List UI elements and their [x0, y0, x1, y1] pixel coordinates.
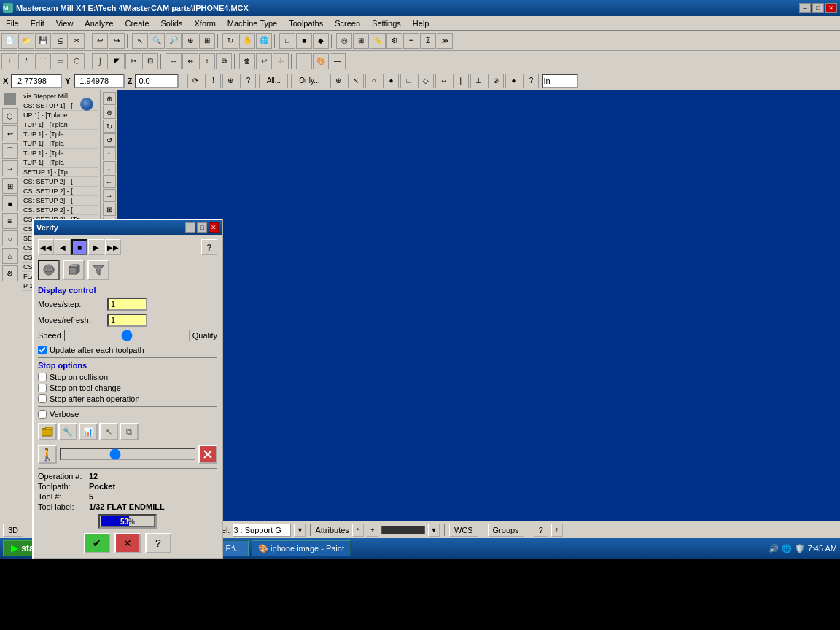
coord-btn1[interactable]: ⟳ — [187, 74, 203, 88]
rs-btn8[interactable]: → — [103, 189, 116, 202]
verbose-checkbox[interactable] — [38, 410, 47, 419]
sidebar-btn4[interactable]: → — [2, 160, 18, 176]
dialog-cancel-button[interactable]: ✕ — [114, 533, 141, 553]
minimize-button[interactable]: – — [799, 3, 811, 13]
tb-cut[interactable]: ✂ — [69, 33, 85, 49]
rs-btn7[interactable]: ← — [103, 175, 116, 188]
moves-per-step-input[interactable] — [107, 298, 147, 311]
in-input[interactable] — [542, 74, 578, 88]
tb-b4[interactable]: ≫ — [437, 33, 453, 49]
ops-item[interactable]: CS: SETUP 2] - [ — [22, 196, 98, 206]
stop-each-op-checkbox[interactable] — [38, 394, 47, 403]
tb2-copy[interactable]: ⧉ — [216, 53, 232, 69]
attributes-btn2[interactable]: + — [367, 524, 378, 537]
rs-btn5[interactable]: ↑ — [103, 147, 116, 160]
tb2-line[interactable]: / — [18, 53, 34, 69]
menu-file[interactable]: File — [0, 18, 25, 29]
moves-per-refresh-input[interactable] — [107, 314, 147, 327]
ops-item[interactable]: TUP 1] - [Tplan — [22, 120, 98, 130]
tb-save[interactable]: 💾 — [35, 33, 51, 49]
tb2-rect[interactable]: ▭ — [52, 53, 68, 69]
view-nav-sphere[interactable] — [80, 98, 93, 111]
sidebar-btn9[interactable]: ⌂ — [2, 248, 18, 264]
tb-open[interactable]: 📂 — [18, 33, 34, 49]
menu-screen[interactable]: Screen — [329, 18, 366, 29]
verify-icon-box[interactable] — [63, 260, 85, 280]
tb-solid[interactable]: ◆ — [313, 33, 329, 49]
tb-zoom-out[interactable]: 🔎 — [166, 33, 182, 49]
wcs-button[interactable]: WCS — [449, 524, 478, 537]
verify-close-button[interactable]: ✕ — [209, 222, 219, 233]
sidebar-btn6[interactable]: ■ — [2, 195, 18, 211]
snap-btn1[interactable]: ⊕ — [330, 74, 346, 88]
sidebar-btn1[interactable]: ⬡ — [2, 108, 18, 124]
snap-btn2[interactable]: ↖ — [348, 74, 364, 88]
menu-view[interactable]: View — [50, 18, 79, 29]
bot-icon-cursor[interactable]: ↖ — [99, 423, 118, 440]
groups-button[interactable]: Groups — [488, 524, 524, 537]
verify-restore-btn[interactable]: □ — [197, 222, 207, 233]
taskbar-iphone-paint[interactable]: 🎨 iphone image - Paint — [252, 540, 351, 556]
tb2-mirror[interactable]: ⇔ — [182, 53, 198, 69]
dialog-ok-button[interactable]: ✔ — [84, 533, 110, 553]
animation-slider[interactable] — [60, 448, 195, 460]
tb2-color[interactable]: 🎨 — [313, 53, 329, 69]
verify-help-icon-button[interactable]: ? — [201, 239, 217, 255]
nav-end-button[interactable]: ▶▶ — [105, 239, 121, 255]
tb-select[interactable]: ↖ — [132, 33, 148, 49]
rs-btn2[interactable]: ⊖ — [103, 106, 116, 119]
tb2-delete[interactable]: 🗑 — [239, 53, 255, 69]
tb2-poly[interactable]: ⬡ — [69, 53, 85, 69]
nav-prev-button[interactable]: ◀ — [55, 239, 71, 255]
coord-btn2[interactable]: ! — [205, 74, 221, 88]
snap-btn4[interactable]: ● — [383, 74, 399, 88]
dialog-help-button[interactable]: ? — [145, 533, 171, 553]
stop-tool-change-checkbox[interactable] — [38, 384, 47, 392]
menu-solids[interactable]: Solids — [155, 18, 189, 29]
ops-item[interactable]: TUP 1] - [Tpla — [22, 139, 98, 149]
nav-next-button[interactable]: ▶ — [88, 239, 104, 255]
snap-btn11[interactable]: ● — [505, 74, 521, 88]
bot-icon-copy[interactable]: ⧉ — [120, 423, 139, 440]
tb2-pt[interactable]: + — [1, 53, 18, 69]
tb-zoom-window[interactable]: ⊞ — [199, 33, 215, 49]
tb2-chamfer[interactable]: ◤ — [109, 53, 125, 69]
all-button[interactable]: All... — [259, 74, 288, 88]
tb-print[interactable]: 🖨 — [52, 33, 68, 49]
sidebar-btn8[interactable]: ○ — [2, 230, 18, 246]
tb-wire[interactable]: □ — [279, 33, 295, 49]
bot-icon-chart[interactable]: 📊 — [79, 423, 98, 440]
ops-item[interactable]: TUP 1] - [Tpla — [22, 130, 98, 139]
tb-fit[interactable]: ⊕ — [182, 33, 198, 49]
bot-icon-folder[interactable] — [38, 423, 57, 440]
tb-new[interactable]: 📄 — [1, 33, 18, 49]
level-input[interactable] — [233, 524, 291, 537]
sidebar-btn10[interactable]: ⚙ — [2, 265, 18, 281]
nav-stop-button[interactable]: ■ — [71, 239, 88, 255]
rs-btn1[interactable]: ⊕ — [103, 92, 116, 105]
rs-btn3[interactable]: ↻ — [103, 120, 116, 133]
tb-b3[interactable]: Σ — [420, 33, 436, 49]
tb-b1[interactable]: ⚙ — [386, 33, 402, 49]
tb2-fillet[interactable]: ⌡ — [92, 53, 108, 69]
menu-create[interactable]: Create — [120, 18, 155, 29]
tb2-undelete[interactable]: ↩ — [256, 53, 272, 69]
x-input[interactable] — [11, 74, 62, 88]
rs-btn6[interactable]: ↓ — [103, 161, 116, 174]
sidebar-btn3[interactable]: ⌒ — [2, 143, 18, 159]
maximize-button[interactable]: □ — [812, 3, 824, 13]
tb2-linetype[interactable]: — — [330, 53, 346, 69]
sidebar-btn5[interactable]: ⊞ — [2, 178, 18, 194]
sidebar-btn2[interactable]: ↩ — [2, 125, 18, 141]
ops-item[interactable]: CS: SETUP 2] - [ — [22, 177, 98, 187]
status-3d-button[interactable]: 3D — [3, 524, 23, 537]
snap-btn6[interactable]: ◇ — [418, 74, 434, 88]
tb-zoom-in[interactable]: 🔍 — [149, 33, 165, 49]
tb2-select-all[interactable]: ⊹ — [273, 53, 289, 69]
tb-b2[interactable]: ≡ — [403, 33, 419, 49]
tb-undo[interactable]: ↩ — [92, 33, 108, 49]
y-input[interactable] — [74, 74, 125, 88]
close-button[interactable]: ✕ — [825, 3, 837, 13]
tb-grid[interactable]: ⊞ — [353, 33, 369, 49]
tb-measure[interactable]: 📏 — [370, 33, 386, 49]
